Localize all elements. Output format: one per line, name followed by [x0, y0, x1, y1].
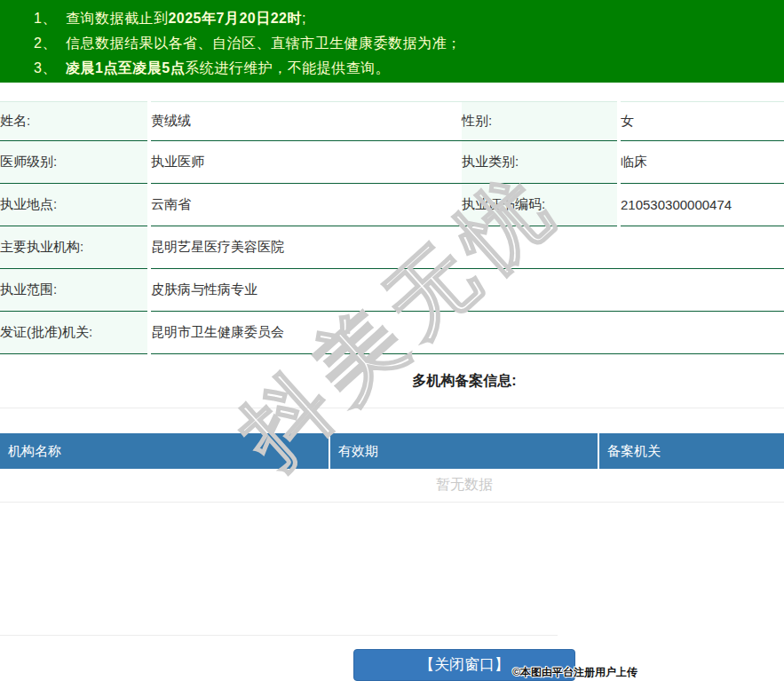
- notice-text: ;: [302, 11, 306, 26]
- field-label-name: 姓名:: [0, 102, 149, 141]
- multi-org-heading-row: 多机构备案信息:: [0, 354, 784, 408]
- page-canvas: 1、查询数据截止到2025年7月20日22时; 2、信息数据结果以各省、自治区、…: [0, 0, 784, 681]
- empty-data-row: 暂无数据: [0, 469, 784, 503]
- notice-text-bold: 凌晨1点至凌晨5点: [66, 60, 185, 75]
- multi-org-heading: 多机构备案信息:: [412, 372, 516, 391]
- table-row: 执业地点: 云南省 执业证书编码: 210530300000474: [0, 184, 784, 226]
- notice-text: 系统进行维护，不能提供查询。: [185, 60, 390, 75]
- notice-text-bold: 2025年7月20日22时: [168, 11, 302, 26]
- field-label-issuing-authority: 发证(批准)机关:: [0, 312, 149, 354]
- table-row: 医师级别: 执业医师 执业类别: 临床: [0, 141, 784, 184]
- notice-line-3: 3、凌晨1点至凌晨5点系统进行维护，不能提供查询。: [34, 56, 784, 81]
- notice-text: 信息数据结果以各省、自治区、直辖市卫生健康委数据为准；: [66, 36, 462, 51]
- notice-number: 1、: [34, 11, 57, 26]
- field-value-practice-scope: 皮肤病与性病专业: [149, 269, 784, 312]
- divider: [0, 635, 558, 636]
- field-label-gender: 性别:: [462, 102, 619, 141]
- notice-text: 查询数据截止到: [66, 11, 169, 26]
- field-value-main-institution: 昆明艺星医疗美容医院: [149, 226, 784, 269]
- doctor-info-table: 姓名: 黄绒绒 性别: 女 医师级别: 执业医师 执业类别: 临床 执业地点: …: [0, 101, 784, 354]
- table-row: 发证(批准)机关: 昆明市卫生健康委员会: [0, 312, 784, 354]
- field-value-practice-location: 云南省: [149, 184, 462, 226]
- field-label-doctor-level: 医师级别:: [0, 141, 149, 184]
- notice-number: 2、: [34, 36, 57, 51]
- field-label-practice-location: 执业地点:: [0, 184, 149, 226]
- notice-line-2: 2、信息数据结果以各省、自治区、直辖市卫生健康委数据为准；: [34, 31, 784, 56]
- field-label-main-institution: 主要执业机构:: [0, 226, 149, 269]
- field-label-certificate-no: 执业证书编码:: [462, 184, 619, 226]
- field-value-doctor-level: 执业医师: [149, 141, 462, 184]
- multi-org-table-header: 机构名称 有效期 备案机关: [0, 433, 784, 469]
- column-header-filing-authority: 备案机关: [598, 433, 784, 469]
- field-value-issuing-authority: 昆明市卫生健康委员会: [149, 312, 784, 354]
- column-header-org-name: 机构名称: [0, 433, 329, 469]
- table-row: 姓名: 黄绒绒 性别: 女: [0, 102, 784, 141]
- column-header-validity: 有效期: [329, 433, 598, 469]
- notice-line-1: 1、查询数据截止到2025年7月20日22时;: [34, 6, 784, 31]
- field-value-certificate-no: 210530300000474: [619, 184, 784, 226]
- notice-banner: 1、查询数据截止到2025年7月20日22时; 2、信息数据结果以各省、自治区、…: [0, 0, 784, 83]
- table-row: 执业范围: 皮肤病与性病专业: [0, 269, 784, 312]
- field-value-practice-category: 临床: [619, 141, 784, 184]
- upload-copyright-note: ©本图由平台注册用户上传: [512, 665, 637, 680]
- notice-number: 3、: [34, 60, 57, 75]
- field-label-practice-scope: 执业范围:: [0, 269, 149, 312]
- field-value-gender: 女: [619, 102, 784, 141]
- table-row: 主要执业机构: 昆明艺星医疗美容医院: [0, 226, 784, 269]
- field-label-practice-category: 执业类别:: [462, 141, 619, 184]
- field-value-name: 黄绒绒: [149, 102, 462, 141]
